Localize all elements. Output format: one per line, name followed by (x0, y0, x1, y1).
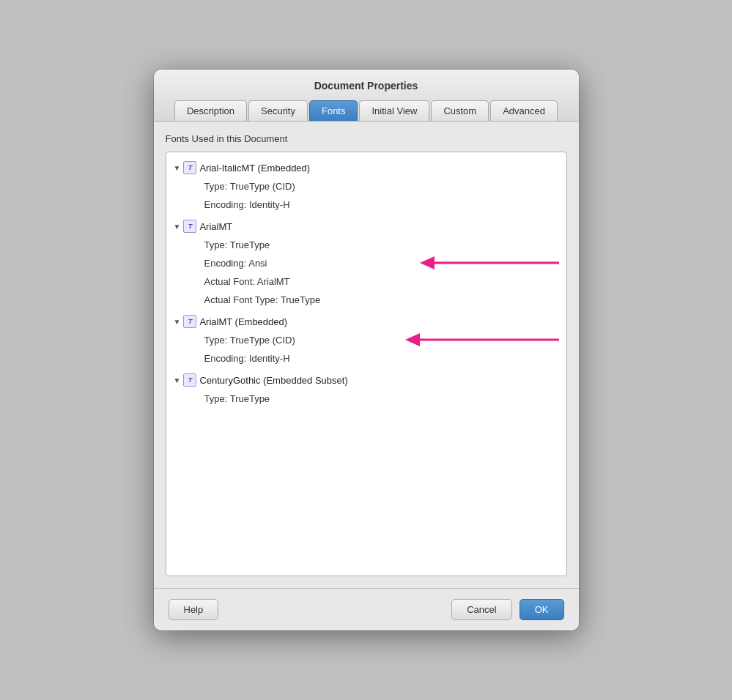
fonts-panel[interactable]: ▼ T Arial-ItalicMT (Embedded) Type: True… (166, 152, 567, 576)
font-icon: T (183, 220, 196, 233)
font-detail: Encoding: Identity-H (204, 349, 566, 368)
font-details-arial-italic: Type: TrueType (CID) Encoding: Identity-… (166, 177, 566, 214)
tab-security[interactable]: Security (248, 100, 308, 121)
tab-bar: Description Security Fonts Initial View … (169, 100, 564, 121)
help-button[interactable]: Help (169, 599, 219, 620)
font-detail: Actual Font Type: TrueType (204, 291, 566, 309)
font-header-centurygothic[interactable]: ▼ T CenturyGothic (Embedded Subset) (166, 371, 566, 390)
font-group-centurygothic: ▼ T CenturyGothic (Embedded Subset) Type… (166, 371, 566, 408)
content-area: Fonts Used in this Document ▼ T Arial-It… (154, 122, 579, 588)
font-icon: T (183, 373, 196, 387)
font-detail: Type: TrueType (CID) (204, 177, 566, 196)
font-group-arial-italic: ▼ T Arial-ItalicMT (Embedded) Type: True… (166, 158, 566, 214)
font-detail: Actual Font: ArialMT (204, 272, 566, 291)
tab-initial-view[interactable]: Initial View (359, 100, 429, 121)
tab-custom[interactable]: Custom (431, 100, 489, 121)
dialog-title: Document Properties (169, 80, 564, 92)
font-name: Arial-ItalicMT (Embedded) (199, 163, 310, 174)
collapse-triangle[interactable]: ▼ (174, 318, 181, 326)
font-name: ArialMT (Embedded) (199, 316, 287, 327)
ok-button[interactable]: OK (520, 599, 564, 620)
arrow-annotation-2 (383, 329, 559, 351)
font-header-arial-italic[interactable]: ▼ T Arial-ItalicMT (Embedded) (166, 158, 566, 177)
font-group-arialmt: ▼ T ArialMT Type: TrueType Encoding: Ans… (166, 217, 566, 309)
section-title: Fonts Used in this Document (166, 133, 567, 144)
font-header-arialmt[interactable]: ▼ T ArialMT (166, 217, 566, 236)
svg-marker-1 (420, 256, 435, 269)
tab-advanced[interactable]: Advanced (490, 100, 558, 121)
arrow-annotation-1 (398, 252, 559, 274)
bottom-bar: Help Cancel OK (154, 588, 579, 630)
tab-fonts[interactable]: Fonts (309, 100, 358, 121)
collapse-triangle[interactable]: ▼ (174, 223, 181, 231)
svg-marker-3 (405, 333, 420, 346)
cancel-button[interactable]: Cancel (451, 599, 511, 620)
font-detail: Type: TrueType (204, 390, 566, 408)
font-name: ArialMT (199, 221, 232, 232)
font-details-centurygothic: Type: TrueType (166, 390, 566, 408)
font-name: CenturyGothic (Embedded Subset) (199, 375, 347, 386)
font-group-arialmt-embedded: ▼ T ArialMT (Embedded) Type: TrueType (C… (166, 312, 566, 368)
font-detail: Encoding: Identity-H (204, 196, 566, 214)
document-properties-dialog: Document Properties Description Security… (154, 70, 579, 630)
font-icon: T (183, 161, 196, 174)
collapse-triangle[interactable]: ▼ (174, 164, 181, 172)
font-header-arialmt-embedded[interactable]: ▼ T ArialMT (Embedded) (166, 312, 566, 331)
font-icon: T (183, 315, 196, 328)
tab-description[interactable]: Description (174, 100, 247, 121)
title-bar: Document Properties Description Security… (154, 70, 579, 122)
collapse-triangle[interactable]: ▼ (174, 376, 181, 384)
